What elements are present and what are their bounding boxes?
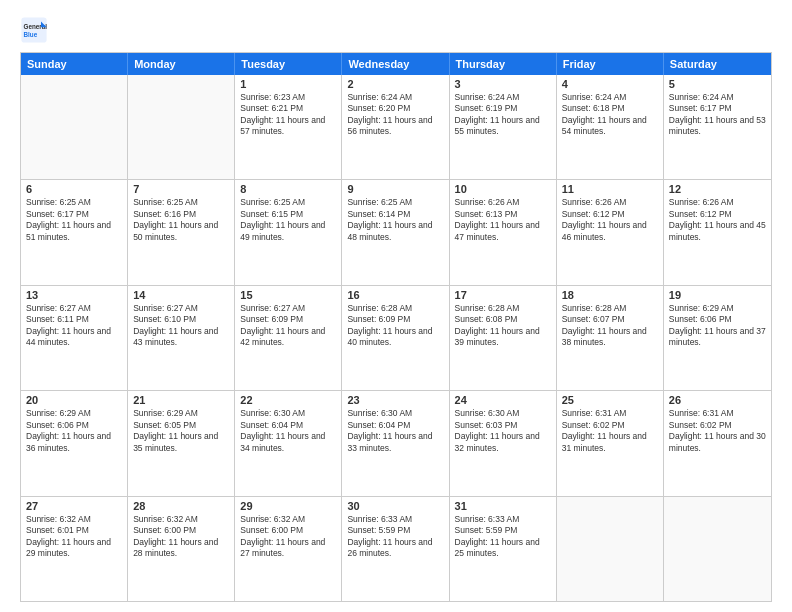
weekday-header-saturday: Saturday — [664, 53, 771, 75]
calendar-row-4: 20Sunrise: 6:29 AM Sunset: 6:06 PM Dayli… — [21, 390, 771, 495]
day-number: 14 — [133, 289, 229, 301]
day-number: 27 — [26, 500, 122, 512]
cell-info: Sunrise: 6:23 AM Sunset: 6:21 PM Dayligh… — [240, 92, 336, 138]
calendar-cell — [128, 75, 235, 179]
calendar-cell: 3Sunrise: 6:24 AM Sunset: 6:19 PM Daylig… — [450, 75, 557, 179]
day-number: 22 — [240, 394, 336, 406]
day-number: 29 — [240, 500, 336, 512]
cell-info: Sunrise: 6:32 AM Sunset: 6:00 PM Dayligh… — [133, 514, 229, 560]
cell-info: Sunrise: 6:27 AM Sunset: 6:11 PM Dayligh… — [26, 303, 122, 349]
weekday-header-tuesday: Tuesday — [235, 53, 342, 75]
weekday-header-wednesday: Wednesday — [342, 53, 449, 75]
cell-info: Sunrise: 6:33 AM Sunset: 5:59 PM Dayligh… — [455, 514, 551, 560]
day-number: 21 — [133, 394, 229, 406]
calendar-cell: 25Sunrise: 6:31 AM Sunset: 6:02 PM Dayli… — [557, 391, 664, 495]
calendar-cell: 9Sunrise: 6:25 AM Sunset: 6:14 PM Daylig… — [342, 180, 449, 284]
cell-info: Sunrise: 6:31 AM Sunset: 6:02 PM Dayligh… — [669, 408, 766, 454]
cell-info: Sunrise: 6:30 AM Sunset: 6:03 PM Dayligh… — [455, 408, 551, 454]
day-number: 15 — [240, 289, 336, 301]
day-number: 4 — [562, 78, 658, 90]
day-number: 12 — [669, 183, 766, 195]
day-number: 25 — [562, 394, 658, 406]
day-number: 10 — [455, 183, 551, 195]
calendar-cell: 31Sunrise: 6:33 AM Sunset: 5:59 PM Dayli… — [450, 497, 557, 601]
calendar-cell: 15Sunrise: 6:27 AM Sunset: 6:09 PM Dayli… — [235, 286, 342, 390]
cell-info: Sunrise: 6:31 AM Sunset: 6:02 PM Dayligh… — [562, 408, 658, 454]
day-number: 7 — [133, 183, 229, 195]
cell-info: Sunrise: 6:28 AM Sunset: 6:09 PM Dayligh… — [347, 303, 443, 349]
page: General Blue SundayMondayTuesdayWednesda… — [0, 0, 792, 612]
calendar-cell: 17Sunrise: 6:28 AM Sunset: 6:08 PM Dayli… — [450, 286, 557, 390]
calendar-cell: 20Sunrise: 6:29 AM Sunset: 6:06 PM Dayli… — [21, 391, 128, 495]
cell-info: Sunrise: 6:24 AM Sunset: 6:18 PM Dayligh… — [562, 92, 658, 138]
calendar-cell: 23Sunrise: 6:30 AM Sunset: 6:04 PM Dayli… — [342, 391, 449, 495]
calendar-cell: 2Sunrise: 6:24 AM Sunset: 6:20 PM Daylig… — [342, 75, 449, 179]
cell-info: Sunrise: 6:33 AM Sunset: 5:59 PM Dayligh… — [347, 514, 443, 560]
calendar-cell: 28Sunrise: 6:32 AM Sunset: 6:00 PM Dayli… — [128, 497, 235, 601]
cell-info: Sunrise: 6:27 AM Sunset: 6:10 PM Dayligh… — [133, 303, 229, 349]
calendar-cell: 21Sunrise: 6:29 AM Sunset: 6:05 PM Dayli… — [128, 391, 235, 495]
calendar-cell: 29Sunrise: 6:32 AM Sunset: 6:00 PM Dayli… — [235, 497, 342, 601]
cell-info: Sunrise: 6:26 AM Sunset: 6:13 PM Dayligh… — [455, 197, 551, 243]
cell-info: Sunrise: 6:30 AM Sunset: 6:04 PM Dayligh… — [347, 408, 443, 454]
day-number: 19 — [669, 289, 766, 301]
logo-icon: General Blue — [20, 16, 48, 44]
day-number: 28 — [133, 500, 229, 512]
calendar-cell: 24Sunrise: 6:30 AM Sunset: 6:03 PM Dayli… — [450, 391, 557, 495]
day-number: 20 — [26, 394, 122, 406]
day-number: 3 — [455, 78, 551, 90]
cell-info: Sunrise: 6:26 AM Sunset: 6:12 PM Dayligh… — [562, 197, 658, 243]
day-number: 24 — [455, 394, 551, 406]
day-number: 17 — [455, 289, 551, 301]
cell-info: Sunrise: 6:25 AM Sunset: 6:16 PM Dayligh… — [133, 197, 229, 243]
day-number: 26 — [669, 394, 766, 406]
day-number: 13 — [26, 289, 122, 301]
day-number: 2 — [347, 78, 443, 90]
day-number: 11 — [562, 183, 658, 195]
calendar-row-5: 27Sunrise: 6:32 AM Sunset: 6:01 PM Dayli… — [21, 496, 771, 601]
calendar-cell: 7Sunrise: 6:25 AM Sunset: 6:16 PM Daylig… — [128, 180, 235, 284]
calendar-row-1: 1Sunrise: 6:23 AM Sunset: 6:21 PM Daylig… — [21, 75, 771, 179]
calendar-cell: 1Sunrise: 6:23 AM Sunset: 6:21 PM Daylig… — [235, 75, 342, 179]
calendar-body: 1Sunrise: 6:23 AM Sunset: 6:21 PM Daylig… — [21, 75, 771, 601]
calendar-cell: 11Sunrise: 6:26 AM Sunset: 6:12 PM Dayli… — [557, 180, 664, 284]
day-number: 6 — [26, 183, 122, 195]
calendar-cell — [664, 497, 771, 601]
calendar-cell: 27Sunrise: 6:32 AM Sunset: 6:01 PM Dayli… — [21, 497, 128, 601]
weekday-header-friday: Friday — [557, 53, 664, 75]
calendar-cell: 22Sunrise: 6:30 AM Sunset: 6:04 PM Dayli… — [235, 391, 342, 495]
cell-info: Sunrise: 6:32 AM Sunset: 6:00 PM Dayligh… — [240, 514, 336, 560]
calendar-cell — [21, 75, 128, 179]
calendar-cell: 16Sunrise: 6:28 AM Sunset: 6:09 PM Dayli… — [342, 286, 449, 390]
day-number: 1 — [240, 78, 336, 90]
calendar-cell: 14Sunrise: 6:27 AM Sunset: 6:10 PM Dayli… — [128, 286, 235, 390]
day-number: 30 — [347, 500, 443, 512]
cell-info: Sunrise: 6:24 AM Sunset: 6:19 PM Dayligh… — [455, 92, 551, 138]
calendar-cell: 8Sunrise: 6:25 AM Sunset: 6:15 PM Daylig… — [235, 180, 342, 284]
day-number: 16 — [347, 289, 443, 301]
cell-info: Sunrise: 6:28 AM Sunset: 6:07 PM Dayligh… — [562, 303, 658, 349]
day-number: 5 — [669, 78, 766, 90]
weekday-header-sunday: Sunday — [21, 53, 128, 75]
cell-info: Sunrise: 6:29 AM Sunset: 6:06 PM Dayligh… — [669, 303, 766, 349]
day-number: 23 — [347, 394, 443, 406]
calendar-row-3: 13Sunrise: 6:27 AM Sunset: 6:11 PM Dayli… — [21, 285, 771, 390]
calendar-cell: 13Sunrise: 6:27 AM Sunset: 6:11 PM Dayli… — [21, 286, 128, 390]
weekday-header-thursday: Thursday — [450, 53, 557, 75]
calendar-cell: 30Sunrise: 6:33 AM Sunset: 5:59 PM Dayli… — [342, 497, 449, 601]
cell-info: Sunrise: 6:24 AM Sunset: 6:20 PM Dayligh… — [347, 92, 443, 138]
cell-info: Sunrise: 6:26 AM Sunset: 6:12 PM Dayligh… — [669, 197, 766, 243]
logo: General Blue — [20, 16, 52, 44]
calendar-cell — [557, 497, 664, 601]
calendar-cell: 5Sunrise: 6:24 AM Sunset: 6:17 PM Daylig… — [664, 75, 771, 179]
calendar-cell: 26Sunrise: 6:31 AM Sunset: 6:02 PM Dayli… — [664, 391, 771, 495]
calendar-cell: 6Sunrise: 6:25 AM Sunset: 6:17 PM Daylig… — [21, 180, 128, 284]
day-number: 8 — [240, 183, 336, 195]
calendar-cell: 10Sunrise: 6:26 AM Sunset: 6:13 PM Dayli… — [450, 180, 557, 284]
calendar-cell: 18Sunrise: 6:28 AM Sunset: 6:07 PM Dayli… — [557, 286, 664, 390]
cell-info: Sunrise: 6:28 AM Sunset: 6:08 PM Dayligh… — [455, 303, 551, 349]
cell-info: Sunrise: 6:29 AM Sunset: 6:05 PM Dayligh… — [133, 408, 229, 454]
calendar-row-2: 6Sunrise: 6:25 AM Sunset: 6:17 PM Daylig… — [21, 179, 771, 284]
cell-info: Sunrise: 6:32 AM Sunset: 6:01 PM Dayligh… — [26, 514, 122, 560]
svg-text:Blue: Blue — [24, 31, 38, 38]
